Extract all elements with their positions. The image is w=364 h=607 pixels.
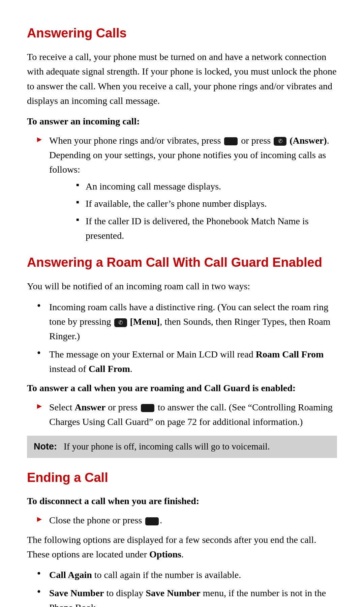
section-ending-call: Ending a Call To disconnect a call when … <box>27 468 337 607</box>
roam-subsection-label: To answer a call when you are roaming an… <box>27 381 337 395</box>
note-box: Note: If your phone is off, incoming cal… <box>27 436 337 458</box>
roam-call-from-bold: Roam Call From <box>256 349 324 359</box>
handset-icon-1: ✆ <box>274 137 286 146</box>
note-text: If your phone is off, incoming calls wil… <box>64 440 270 453</box>
roam-arrow-item-1: Select Answer or press to answer the cal… <box>37 400 337 429</box>
send-button-icon-1 <box>224 137 238 145</box>
section-title-ending-call: Ending a Call <box>27 468 337 487</box>
ending-bullet-2-text: to display <box>104 588 146 598</box>
end-button-icon <box>145 517 159 525</box>
answering-calls-intro: To receive a call, your phone must be tu… <box>27 50 337 108</box>
ending-bullet-2: Save Number to display Save Number menu,… <box>37 586 337 607</box>
content-area: Answering Calls To receive a call, your … <box>27 20 337 607</box>
roam-call-bullet-list: Incoming roam calls have a distinctive r… <box>27 300 337 376</box>
answering-calls-subsection: To answer an incoming call: <box>27 114 337 128</box>
save-number-bold-2: Save Number <box>146 588 201 598</box>
roam-bullet-2-text: The message on your External or Main LCD… <box>49 349 256 359</box>
ending-call-body: The following options are displayed for … <box>27 532 337 562</box>
ending-call-arrow-item-1: Close the phone or press . <box>37 513 337 527</box>
ending-call-arrow-list: Close the phone or press . <box>27 513 337 527</box>
square-item-2: If available, the caller’s phone number … <box>76 196 337 211</box>
options-bold: Options <box>149 549 181 559</box>
roam-arrow-text-before: Select <box>49 402 74 412</box>
roam-bullet-2-end: . <box>130 364 132 374</box>
save-number-bold-1: Save Number <box>49 588 104 598</box>
ending-call-body-end: . <box>181 549 184 559</box>
ending-bullet-1-text: to call again if the number is available… <box>92 570 241 580</box>
arrow-item-1-text-middle: or press <box>239 135 273 146</box>
roam-arrow-list: Select Answer or press to answer the cal… <box>27 400 337 429</box>
handset-icon-2: ✆ <box>114 318 127 327</box>
roam-arrow-text-middle: or press <box>105 402 140 412</box>
send-button-icon-2 <box>141 404 154 412</box>
answer-bold-2: Answer <box>74 402 105 412</box>
note-label: Note: <box>34 440 57 453</box>
arrow-item-1: When your phone rings and/or vibrates, p… <box>37 133 337 243</box>
ending-call-bullet-list: Call Again to call again if the number i… <box>27 568 337 607</box>
ending-bullet-1: Call Again to call again if the number i… <box>37 568 337 582</box>
square-item-3: If the caller ID is delivered, the Phone… <box>76 214 337 243</box>
roam-call-intro: You will be notified of an incoming roam… <box>27 279 337 293</box>
section-roam-call: Answering a Roam Call With Call Guard En… <box>27 253 337 458</box>
menu-bold: [Menu] <box>130 316 160 327</box>
call-again-bold: Call Again <box>49 570 92 580</box>
section-answering-calls: Answering Calls To receive a call, your … <box>27 24 337 243</box>
call-from-bold: Call From <box>89 364 130 374</box>
roam-bullet-1: Incoming roam calls have a distinctive r… <box>37 300 337 344</box>
square-list-1: An incoming call message displays. If av… <box>49 179 337 243</box>
roam-bullet-2: The message on your External or Main LCD… <box>37 347 337 376</box>
answer-bold-1: (Answer) <box>290 135 327 146</box>
ending-call-text-before: Close the phone or press <box>49 515 144 525</box>
square-item-1: An incoming call message displays. <box>76 179 337 194</box>
answering-calls-arrow-list: When your phone rings and/or vibrates, p… <box>27 133 337 243</box>
arrow-item-1-text-before: When your phone rings and/or vibrates, p… <box>49 135 223 146</box>
section-title-answering-calls: Answering Calls <box>27 24 337 43</box>
ending-call-subsection: To disconnect a call when you are finish… <box>27 494 337 508</box>
roam-bullet-2-middle: instead of <box>49 364 89 374</box>
ending-call-text-after: . <box>160 515 162 525</box>
section-title-roam-call: Answering a Roam Call With Call Guard En… <box>27 253 337 272</box>
